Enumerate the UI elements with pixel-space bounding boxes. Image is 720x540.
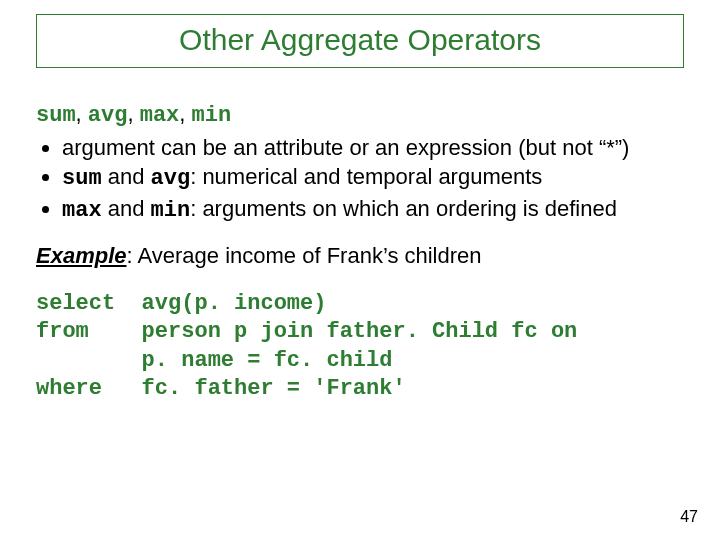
op-max: max xyxy=(140,103,180,128)
sql-line-3: p. name = fc. child xyxy=(36,348,392,373)
page-number: 47 xyxy=(680,508,698,526)
slide: Other Aggregate Operators sum, avg, max,… xyxy=(0,0,720,540)
sql-block: select avg(p. income) from person p join… xyxy=(36,290,684,404)
b2-rest: : numerical and temporal arguments xyxy=(190,164,542,189)
sep: , xyxy=(127,101,139,126)
op-min: min xyxy=(192,103,232,128)
op-avg: avg xyxy=(88,103,128,128)
b2-sum: sum xyxy=(62,166,102,191)
b2-avg: avg xyxy=(151,166,191,191)
operators-line: sum, avg, max, min xyxy=(36,100,684,130)
sql-line-1: select avg(p. income) xyxy=(36,291,326,316)
bullet-3: max and min: arguments on which an order… xyxy=(62,195,684,225)
bullet-list: argument can be an attribute or an expre… xyxy=(36,134,684,225)
sep: , xyxy=(76,101,88,126)
b3-rest: : arguments on which an ordering is defi… xyxy=(190,196,617,221)
b3-max: max xyxy=(62,198,102,223)
sep: , xyxy=(179,101,191,126)
example-line: Example: Average income of Frank’s child… xyxy=(36,242,684,270)
example-text: : Average income of Frank’s children xyxy=(127,243,482,268)
sql-line-2: from person p join father. Child fc on xyxy=(36,319,577,344)
slide-body: sum, avg, max, min argument can be an at… xyxy=(36,100,684,404)
bullet-2: sum and avg: numerical and temporal argu… xyxy=(62,163,684,193)
b3-min: min xyxy=(151,198,191,223)
slide-title: Other Aggregate Operators xyxy=(179,23,541,56)
op-sum: sum xyxy=(36,103,76,128)
title-box: Other Aggregate Operators xyxy=(36,14,684,68)
example-label: Example xyxy=(36,243,127,268)
b3-and: and xyxy=(102,196,151,221)
bullet-1: argument can be an attribute or an expre… xyxy=(62,134,684,162)
b2-and: and xyxy=(102,164,151,189)
sql-line-4: where fc. father = 'Frank' xyxy=(36,376,406,401)
